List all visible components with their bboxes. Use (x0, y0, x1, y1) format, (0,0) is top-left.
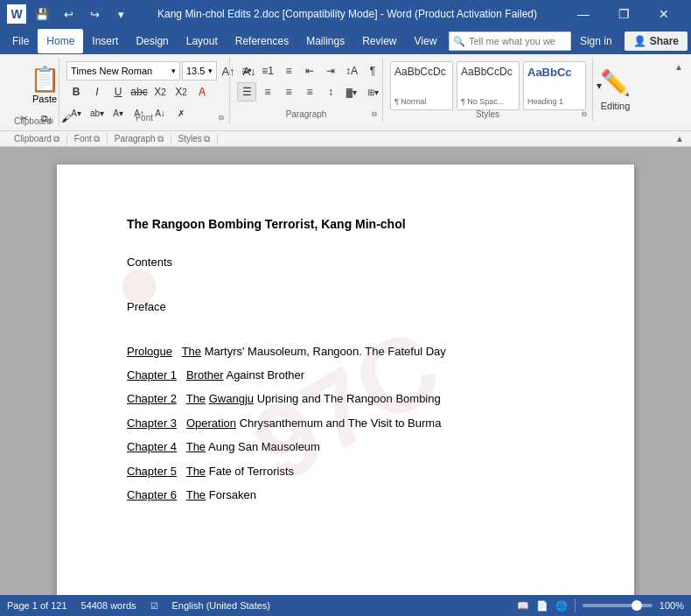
decrease-indent-btn[interactable]: ⇤ (300, 61, 319, 80)
menu-design[interactable]: Design (127, 29, 177, 53)
styles-group: AaBbCcDc ¶ Normal AaBbCcDc ¶ No Spac... … (383, 58, 593, 121)
show-para-btn[interactable]: ¶ (363, 61, 382, 80)
zoom-level: 100% (660, 600, 684, 611)
font-label: Font (59, 113, 229, 122)
paragraph-label: Paragraph (230, 109, 382, 119)
prologue-the: The (182, 345, 201, 358)
menu-review[interactable]: Review (353, 29, 405, 53)
zoom-slider[interactable] (583, 604, 653, 607)
font-expand-icon[interactable]: ⧉ (94, 134, 100, 144)
menu-layout[interactable]: Layout (178, 29, 227, 53)
style-normal-label: ¶ Normal (394, 97, 426, 106)
underline-btn[interactable]: U (108, 82, 128, 102)
paragraph-expand-icon[interactable]: ⧉ (157, 134, 164, 144)
search-input[interactable] (469, 36, 567, 46)
italic-btn[interactable]: I (87, 82, 107, 102)
toc-heading-contents: Contents (127, 252, 564, 272)
ch3-operation: Operation (186, 416, 236, 430)
sign-share-area: Sign in 👤 Share (571, 32, 688, 51)
status-separator (575, 598, 576, 612)
text-effects-btn[interactable]: A (192, 82, 212, 102)
bullets-btn[interactable]: ≡• (237, 61, 256, 80)
title-bar-left: W 💾 ↩ ↪ ▾ (7, 4, 131, 24)
share-btn[interactable]: 👤 Share (625, 32, 688, 51)
menu-file[interactable]: File (3, 29, 38, 53)
toc-heading-preface: Preface (127, 297, 564, 317)
ch3-prefix: Chapter 3 (127, 416, 177, 430)
justify-btn[interactable]: ≡ (300, 82, 319, 102)
style-heading1-label: Heading 1 (527, 97, 563, 106)
increase-indent-btn[interactable]: ⇥ (321, 61, 340, 80)
zoom-thumb (632, 600, 642, 611)
toc-chapter2: Chapter 2 The Gwangju Uprising and The R… (127, 388, 564, 409)
sign-in-btn[interactable]: Sign in (571, 32, 621, 51)
numbering-btn[interactable]: ≡1 (258, 61, 277, 80)
style-heading1[interactable]: AaBbCc Heading 1 (523, 61, 586, 110)
subscript-btn[interactable]: X2 (150, 82, 170, 102)
font-size-dropdown-icon: ▾ (208, 66, 213, 75)
ch2-gwangju: Gwangju (209, 392, 254, 405)
ch5-prefix: Chapter 5 (127, 465, 177, 478)
align-center-btn[interactable]: ≡ (258, 82, 277, 102)
paragraph-expand-btn[interactable]: ⧉ (368, 108, 380, 121)
styles-more-btn[interactable]: ▾ (590, 61, 609, 110)
status-left: Page 1 of 121 54408 words ☑ English (Uni… (7, 600, 270, 611)
font-size-selector[interactable]: 13.5 ▾ (182, 61, 217, 80)
read-mode-icon[interactable]: 📖 (517, 600, 529, 612)
align-left-btn[interactable]: ☰ (237, 82, 256, 102)
line-spacing-btn[interactable]: ↕ (321, 82, 340, 102)
sort-btn[interactable]: ↕A (342, 61, 361, 80)
collapse-ribbon[interactable]: ▲ (675, 134, 684, 144)
menu-references[interactable]: References (227, 29, 297, 53)
clipboard-expand-btn[interactable]: ⧉ (45, 116, 57, 128)
ch3-tab (177, 416, 186, 430)
document-content: Contents Preface Prologue The Martyrs' M… (127, 252, 564, 505)
minimize-btn[interactable]: — (563, 0, 604, 28)
ch5-the: The (186, 465, 206, 478)
prologue-prefix: Prologue (127, 345, 172, 358)
ch6-tab (177, 488, 186, 501)
ch1-brother: Brother (186, 368, 224, 382)
ch4-prefix: Chapter 4 (127, 440, 177, 453)
borders-btn[interactable]: ⊞▾ (363, 82, 382, 102)
menu-mailings[interactable]: Mailings (297, 29, 353, 53)
restore-btn[interactable]: ❐ (604, 0, 644, 28)
menu-home[interactable]: Home (38, 29, 83, 53)
styles-expand-btn[interactable]: ⧉ (578, 108, 590, 121)
qat-save-btn[interactable]: 💾 (31, 4, 52, 24)
web-layout-icon[interactable]: 🌐 (555, 600, 568, 612)
ribbon-collapse-btn[interactable]: ▲ (670, 58, 688, 75)
tell-me-search[interactable]: 🔍 (449, 32, 571, 51)
menu-insert[interactable]: Insert (83, 29, 127, 53)
ch1-tab (177, 368, 186, 382)
style-normal[interactable]: AaBbCcDc ¶ Normal (390, 61, 453, 110)
clipboard-group: 📋 Paste ✂ ⧉ 🖌 Clipboard ⧉ (7, 58, 59, 128)
styles-label: Styles (383, 109, 592, 119)
align-right-btn[interactable]: ≡ (279, 82, 298, 102)
font-expand-btn[interactable]: ⧉ (215, 112, 227, 124)
bold-btn[interactable]: B (66, 82, 86, 102)
styles-expand-icon[interactable]: ⧉ (204, 134, 210, 144)
document-page: 97C ● The Rangoon Bombing Terrorist, Kan… (57, 164, 634, 595)
qat-more-btn[interactable]: ▾ (110, 4, 131, 24)
multilevel-btn[interactable]: ≡ (279, 61, 298, 80)
section-labels: Clipboard ⧉ Font ⧉ Paragraph ⧉ Styles ⧉ (7, 134, 218, 144)
print-layout-icon[interactable]: 📄 (536, 600, 548, 612)
clipboard-expand-icon[interactable]: ⧉ (53, 134, 59, 144)
qat-redo-btn[interactable]: ↪ (84, 4, 105, 24)
menu-view[interactable]: View (406, 29, 446, 53)
superscript-btn[interactable]: X2 (171, 82, 191, 102)
ribbon: 📋 Paste ✂ ⧉ 🖌 Clipboard ⧉ Times New Roma… (0, 54, 691, 131)
strikethrough-btn[interactable]: abc (129, 82, 149, 102)
qat-undo-btn[interactable]: ↩ (58, 4, 79, 24)
font-name-selector[interactable]: Times New Roman ▾ (66, 61, 180, 80)
style-normal-preview: AaBbCcDc (394, 66, 446, 78)
ribbon-section-bar: Clipboard ⧉ Font ⧉ Paragraph ⧉ Styles ⧉ … (0, 131, 691, 147)
close-btn[interactable]: ✕ (644, 0, 684, 28)
paste-label: Paste (32, 94, 57, 104)
style-no-spacing[interactable]: AaBbCcDc ¶ No Spac... (457, 61, 520, 110)
font-group: Times New Roman ▾ 13.5 ▾ A↑ A↓ B I U abc… (59, 58, 230, 124)
font-dropdown-icon: ▾ (171, 66, 176, 75)
shading-btn[interactable]: ▓▾ (342, 82, 361, 102)
status-right: 📖 📄 🌐 100% (517, 598, 684, 612)
